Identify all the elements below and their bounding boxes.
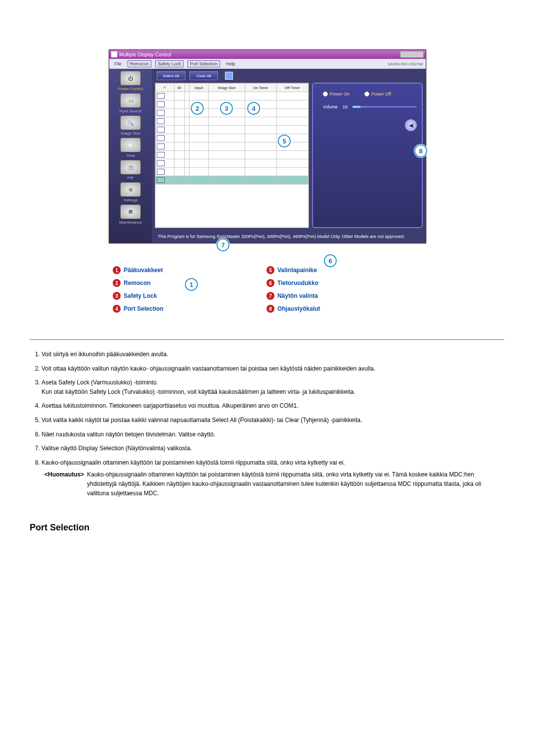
display-select-icon[interactable] [225, 72, 233, 80]
volume-label: Volume [323, 104, 338, 109]
sidebar-item-pip[interactable]: ◳ PIP [113, 160, 148, 180]
note-2: Voit ottaa käyttöön valitun näytön kauko… [42, 364, 504, 374]
legend-4: Port Selection [124, 305, 164, 312]
toolbar: Select All Clear All [152, 69, 426, 83]
sidebar-item-power-control[interactable]: ⏻ Power Control [113, 71, 148, 91]
tools-icon: 🛠 [120, 204, 141, 219]
legend-3: Safety Lock [124, 292, 157, 299]
footer-note: This Program is for Samsung SyncMaster 3… [152, 230, 426, 243]
notes-list: Voit siirtyä eri ikkunoihin pääkuvakkeid… [30, 350, 504, 498]
sidebar: ⏻ Power Control ▭ Input Source 🔍 Image S… [109, 69, 152, 243]
menu-port-selection[interactable]: Port Selection [187, 60, 220, 67]
window-controls[interactable] [400, 51, 424, 58]
select-all-button[interactable]: Select All [157, 71, 185, 80]
sidebar-item-settings[interactable]: ⚙ Settings [113, 182, 148, 202]
app-window: Multiple Display Control File Remocon Sa… [109, 49, 426, 243]
note-8: Kauko-ohjaussignaalin ottaminen käyttöön… [42, 458, 504, 498]
legend-6: Tietoruudukko [277, 280, 318, 286]
note-body: Kauko-ohjaussignaalin ottaminen käyttöön… [87, 470, 504, 498]
callout-3: 3 [220, 102, 233, 115]
brand-label: SAMSUNG DIGITall [388, 62, 423, 66]
table-row[interactable] [156, 92, 309, 100]
col-image: Image Size [209, 84, 245, 92]
col-sel [184, 84, 189, 92]
menu-remocon[interactable]: Remocon [128, 60, 152, 67]
note-1: Voit siirtyä eri ikkunoihin pääkuvakkeid… [42, 350, 504, 359]
col-check: ✓ [156, 84, 175, 92]
table-row[interactable] [156, 151, 309, 159]
titlebar: Multiple Display Control [109, 50, 426, 59]
table-row-selected[interactable] [156, 176, 309, 185]
note-7: Valitse näyttö Display Selection (Näytön… [42, 444, 504, 453]
power-on-radio[interactable]: Power On [323, 92, 350, 96]
callout-8: 8 [414, 144, 427, 157]
col-id: ID [174, 84, 184, 92]
legend-8: Ohjaustyökalut [277, 305, 320, 312]
legend-table: 1Pääkuvakkeet 5Valintapainike 2Remocon 6… [109, 263, 425, 316]
callout-2: 2 [191, 102, 204, 115]
volume-value: 10 [343, 104, 348, 109]
speaker-icon[interactable]: ◀ [405, 119, 417, 131]
table-row[interactable] [156, 159, 309, 168]
sidebar-item-input-source[interactable]: ▭ Input Source [113, 93, 148, 113]
callout-1: 1 [185, 278, 198, 291]
image-size-icon: 🔍 [120, 115, 141, 130]
menu-safety-lock[interactable]: Safety Lock [155, 60, 183, 67]
section-title: Port Selection [30, 522, 504, 533]
note-3: Aseta Safety Lock (Varmuuslukko) -toimin… [42, 378, 504, 396]
menubar: File Remocon Safety Lock Port Selection … [109, 59, 426, 69]
menu-help[interactable]: Help [224, 61, 237, 67]
menu-file[interactable]: File [112, 61, 124, 67]
legend-5: Valintapainike [277, 267, 317, 274]
app-title: Multiple Display Control [119, 52, 171, 57]
app-screenshot: Multiple Display Control File Remocon Sa… [109, 49, 425, 243]
input-source-icon: ▭ [120, 93, 141, 108]
note-label: <Huomautus> [44, 470, 84, 498]
callout-4: 4 [247, 102, 260, 115]
note-4: Asettaa lukitustoiminnon. Tietokoneen sa… [42, 401, 504, 411]
clear-all-button[interactable]: Clear All [189, 71, 218, 80]
volume-slider[interactable] [353, 106, 417, 108]
separator [30, 339, 504, 340]
app-icon [111, 51, 117, 57]
table-row[interactable] [156, 117, 309, 126]
pip-icon: ◳ [120, 160, 141, 175]
legend-1: Pääkuvakkeet [124, 267, 163, 274]
note-6: Näet ruudukosta valitun näytön tietojen … [42, 430, 504, 439]
legend-7: Näytön valinta [277, 292, 318, 299]
col-input: Input [189, 84, 209, 92]
legend-2: Remocon [124, 280, 151, 286]
note-5: Voit valita kaikki näytöt tai poistaa ka… [42, 416, 504, 425]
sidebar-item-maintenance[interactable]: 🛠 Maintenance [113, 204, 148, 225]
table-row[interactable] [156, 126, 309, 134]
control-panel: Power On Power Off Volume 10 ◀ [312, 83, 423, 228]
clock-icon: 🕒 [120, 138, 141, 152]
col-offtimer: Off Timer [276, 84, 308, 92]
callout-7: 7 [217, 238, 229, 251]
sidebar-item-image-size[interactable]: 🔍 Image Size [113, 115, 148, 136]
col-ontimer: On Timer [245, 84, 276, 92]
power-icon: ⏻ [120, 71, 141, 86]
callout-5: 5 [278, 135, 291, 147]
power-off-radio[interactable]: Power Off [364, 92, 391, 96]
table-row[interactable] [156, 168, 309, 176]
callout-6: 6 [324, 254, 337, 267]
sidebar-item-time[interactable]: 🕒 Time [113, 138, 148, 158]
gear-icon: ⚙ [120, 182, 141, 197]
